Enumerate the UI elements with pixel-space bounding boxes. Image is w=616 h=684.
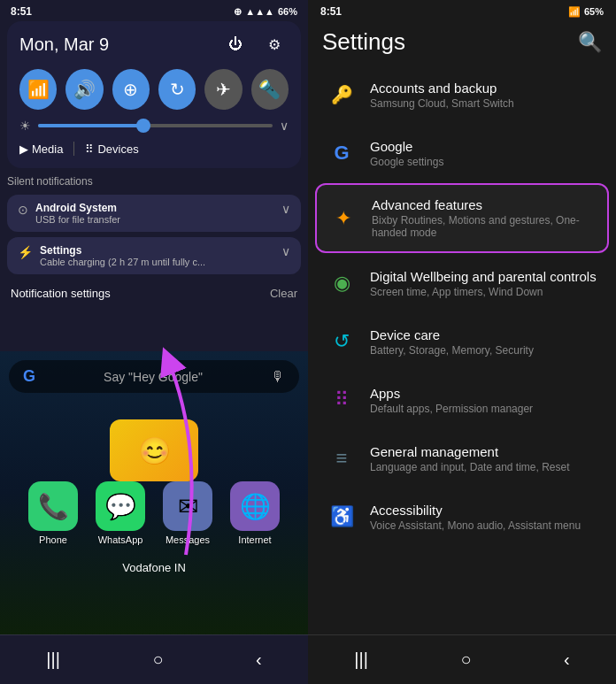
general-subtitle: Language and input, Date and time, Reset [370,461,598,473]
advanced-text: Advanced features Bixby Routines, Motion… [372,197,597,239]
quick-settings-panel: Mon, Mar 9 ⏻ ⚙ 📶 🔊 ⊕ ↻ ✈ 🔦 ☀ ∨ [7,21,301,168]
status-bar-right: 8:51 📶 65% [308,0,616,21]
left-time: 8:51 [11,5,32,18]
right-nav-bar: ||| ○ ‹ [308,634,616,684]
date-text: Mon, Mar 9 [19,35,109,55]
search-bar[interactable]: G Say "Hey Google" 🎙 [9,360,299,393]
gear-button[interactable]: ⚙ [260,30,289,58]
apps-subtitle: Default apps, Permission manager [370,403,598,415]
settings-title: Settings [322,28,405,56]
flashlight-toggle[interactable]: 🔦 [251,69,289,110]
google-icon: G [326,137,358,169]
google-title: Google [370,139,598,154]
carrier-text: Vodafone IN [122,561,186,574]
home-screen-area: G Say "Hey Google" 🎙 😊 📞 Phone 💬 WhatsAp… [0,351,308,634]
app-internet[interactable]: 🌐 Internet [230,481,280,545]
internet-icon: 🌐 [230,481,280,531]
notif-settings-icon: ⊙ [18,203,28,217]
app-row: 📞 Phone 💬 WhatsApp ✉ Messages 🌐 Internet [28,481,280,545]
wifi-toggle[interactable]: 📶 [19,69,57,110]
right-nav-home[interactable]: ○ [446,646,485,673]
bluetooth-toggle[interactable]: ⊕ [112,69,150,110]
right-nav-back[interactable]: ‹ [550,646,584,673]
notif-android-system[interactable]: ⊙ Android System USB for file transfer ∨ [7,195,301,232]
media-devices-row: ▶ Media ⠿ Devices [19,142,289,156]
wellbeing-text: Digital Wellbeing and parental controls … [370,269,598,298]
notif-android-text: Android System USB for file transfer [35,202,281,225]
device-care-title: Device care [370,327,598,342]
right-panel: 8:51 📶 65% Settings 🔍 🔑 Accounts and bac… [308,0,616,684]
whatsapp-icon: 💬 [96,481,145,531]
brightness-row: ☀ ∨ [19,119,289,133]
settings-accessibility[interactable]: ♿ Accessibility Voice Assistant, Mono au… [315,488,609,545]
left-nav-back[interactable]: ‹ [245,646,273,673]
accounts-title: Accounts and backup [370,81,598,96]
quick-toggle-row: 📶 🔊 ⊕ ↻ ✈ 🔦 [19,69,289,110]
advanced-icon: ✦ [327,203,359,234]
left-nav-home[interactable]: ○ [142,646,173,673]
advanced-title: Advanced features [372,197,597,212]
notification-settings-button[interactable]: Notification settings [11,287,111,300]
notif-chevron-icon: ∨ [281,202,290,216]
clear-notifications-button[interactable]: Clear [270,287,297,300]
device-care-icon: ↺ [326,326,358,357]
phone-label: Phone [39,534,67,545]
bluetooth-icon: ⊕ [234,6,242,18]
left-status-icons: ⊕ ▲▲▲ 66% [234,6,297,18]
silent-notif-label: Silent notifications [7,175,301,188]
settings-google[interactable]: G Google Google settings [315,125,609,181]
accessibility-subtitle: Voice Assistant, Mono audio, Assistant m… [370,519,598,532]
device-care-subtitle: Battery, Storage, Memory, Security [370,344,598,357]
play-icon: ▶ [19,142,28,156]
minion-area: 😊 [9,411,299,481]
separator [73,142,74,156]
left-nav-recents[interactable]: ||| [35,646,71,673]
settings-accounts-backup[interactable]: 🔑 Accounts and backup Samsung Cloud, Sma… [315,66,609,123]
settings-device-care[interactable]: ↺ Device care Battery, Storage, Memory, … [315,313,609,370]
whatsapp-label: WhatsApp [98,534,143,545]
notif-android-content: ⊙ Android System USB for file transfer [18,202,281,225]
media-button[interactable]: ▶ Media [19,142,63,156]
airplane-toggle[interactable]: ✈ [204,69,242,110]
notif-android-desc: USB for file transfer [35,214,281,225]
app-phone[interactable]: 📞 Phone [28,481,78,545]
right-wifi-icon: 📶 [568,6,581,18]
settings-digital-wellbeing[interactable]: ◉ Digital Wellbeing and parental control… [315,255,609,311]
settings-general[interactable]: ≡ General management Language and input,… [315,430,609,487]
app-messages[interactable]: ✉ Messages [163,481,212,545]
device-care-text: Device care Battery, Storage, Memory, Se… [370,327,598,357]
brightness-icon: ☀ [19,119,31,133]
notif-settings-chevron: ∨ [281,244,290,258]
settings-header: Settings 🔍 [308,21,616,66]
brightness-slider[interactable] [38,124,273,127]
wellbeing-icon: ◉ [326,267,358,299]
accounts-subtitle: Samsung Cloud, Smart Switch [370,97,598,110]
notif-settings[interactable]: ⚡ Settings Cable charging (2 h 27 m unti… [7,237,301,274]
accessibility-title: Accessibility [370,503,598,518]
left-nav-bar: ||| ○ ‹ [0,634,308,684]
right-nav-recents[interactable]: ||| [340,646,382,673]
settings-apps[interactable]: ⠿ Apps Default apps, Permission manager [315,372,609,428]
wifi-signal-icon: ▲▲▲ [245,6,274,17]
advanced-subtitle: Bixby Routines, Motions and gestures, On… [372,214,597,239]
google-g-logo: G [23,367,35,386]
minion-image: 😊 [110,419,198,481]
right-battery: 65% [584,6,604,17]
apps-text: Apps Default apps, Permission manager [370,386,598,415]
devices-label: Devices [97,142,138,156]
battery-left: 66% [278,6,297,17]
devices-button[interactable]: ⠿ Devices [85,142,138,156]
settings-advanced-features[interactable]: ✦ Advanced features Bixby Routines, Moti… [315,183,609,253]
apps-icon: ⠿ [326,384,358,416]
mic-icon: 🎙 [271,369,285,385]
internet-label: Internet [238,534,271,545]
google-subtitle: Google settings [370,156,598,168]
rotation-toggle[interactable]: ↻ [158,69,196,110]
sound-toggle[interactable]: 🔊 [65,69,103,110]
brightness-thumb [136,119,150,133]
right-status-icons: 📶 65% [568,6,604,18]
power-button[interactable]: ⏻ [221,30,250,58]
app-whatsapp[interactable]: 💬 WhatsApp [96,481,145,545]
settings-search-button[interactable]: 🔍 [578,31,602,54]
chevron-down-icon[interactable]: ∨ [280,119,289,133]
